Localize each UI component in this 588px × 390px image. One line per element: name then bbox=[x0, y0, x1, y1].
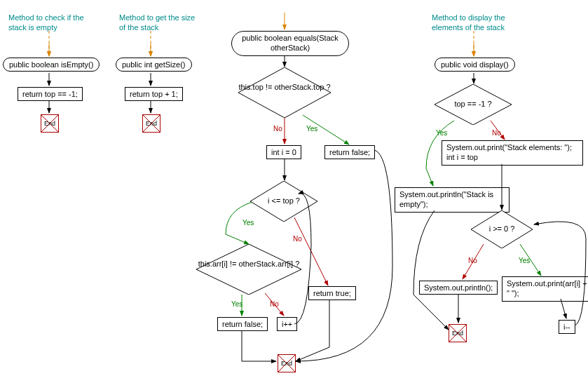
label-no: No bbox=[273, 125, 282, 133]
label-yes: Yes bbox=[306, 125, 317, 133]
step-display-dec-i: i-- bbox=[559, 320, 575, 334]
label-yes: Yes bbox=[231, 300, 242, 308]
end-getsize: End bbox=[142, 114, 160, 133]
label-yes: Yes bbox=[242, 219, 254, 227]
step-equals-init-i: int i = 0 bbox=[266, 145, 301, 159]
decision-equals-arr-neq: this.arr[i] != otherStack.arr[i] ? bbox=[196, 244, 301, 295]
comment-display: Method to display the elements of the st… bbox=[432, 13, 523, 33]
step-equals-return-false-top: return false; bbox=[324, 145, 375, 159]
flowchart-canvas: Method to check if the stack is empty pu… bbox=[0, 0, 588, 390]
step-display-print-elem: System.out.print(arr[i] + " "); bbox=[502, 276, 588, 302]
label-yes: Yes bbox=[519, 257, 530, 264]
decision-display-loop-cond: i >= 0 ? bbox=[471, 210, 533, 248]
entry-isempty: public boolean isEmpty() bbox=[3, 58, 100, 72]
decision-display-empty-text: top == -1 ? bbox=[435, 100, 512, 108]
entry-getsize: public int getSize() bbox=[116, 58, 192, 72]
decision-display-loop-cond-text: i >= 0 ? bbox=[471, 224, 533, 233]
svg-marker-2 bbox=[196, 244, 301, 295]
decision-equals-top-neq: this.top != otherStack.top ? bbox=[238, 67, 331, 118]
step-equals-return-true: return true; bbox=[308, 286, 356, 300]
diamond-shape bbox=[196, 244, 301, 295]
svg-marker-0 bbox=[238, 67, 331, 118]
step-isempty-return: return top == -1; bbox=[18, 87, 83, 101]
label-no: No bbox=[468, 257, 477, 264]
step-equals-return-false-arr: return false; bbox=[217, 317, 268, 331]
step-display-header-init: System.out.print("Stack elements: "); in… bbox=[442, 140, 583, 166]
step-equals-inc-i: i++ bbox=[277, 317, 297, 331]
entry-display: public void display() bbox=[435, 58, 515, 72]
step-display-empty-msg: System.out.println("Stack is empty"); bbox=[395, 187, 510, 213]
step-getsize-return: return top + 1; bbox=[125, 87, 183, 101]
label-no: No bbox=[492, 129, 501, 137]
comment-isempty: Method to check if the stack is empty bbox=[8, 13, 86, 33]
end-display: End bbox=[449, 324, 467, 342]
decision-display-empty: top == -1 ? bbox=[435, 84, 512, 125]
step-display-println: System.out.println(); bbox=[419, 281, 498, 295]
label-no: No bbox=[270, 300, 279, 308]
label-no: No bbox=[293, 235, 302, 243]
end-isempty: End bbox=[41, 114, 59, 133]
decision-equals-top-neq-text: this.top != otherStack.top ? bbox=[238, 83, 331, 91]
label-yes: Yes bbox=[436, 129, 447, 137]
diamond-shape bbox=[238, 67, 331, 118]
end-equals: End bbox=[278, 354, 296, 372]
decision-equals-arr-neq-text: this.arr[i] != otherStack.arr[i] ? bbox=[196, 260, 301, 268]
entry-equals: public boolean equals(Stack otherStack) bbox=[231, 31, 349, 56]
decision-equals-loop-cond-text: i <= top ? bbox=[250, 196, 317, 205]
decision-equals-loop-cond: i <= top ? bbox=[250, 181, 317, 222]
comment-getsize: Method to get the size of the stack bbox=[119, 13, 196, 33]
